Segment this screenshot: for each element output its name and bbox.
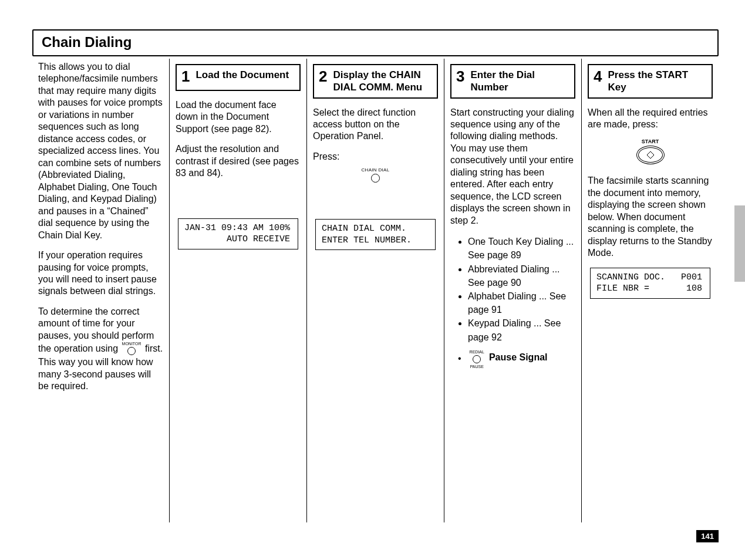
side-tab bbox=[734, 205, 745, 282]
section-title: Chain Dialing bbox=[42, 34, 132, 50]
section-title-bar: Chain Dialing bbox=[32, 29, 719, 56]
step-1-lcd: JAN-31 09:43 AM 100% AUTO RECEIVE bbox=[178, 218, 298, 249]
step-2-column: 2 Display the CHAIN DIAL COMM. Menu Sele… bbox=[306, 59, 444, 522]
step-3-number: 3 bbox=[456, 68, 464, 84]
page-number: 141 bbox=[696, 530, 719, 542]
step-3-column: 3 Enter the Dial Number Start constructi… bbox=[444, 59, 581, 522]
redial-pause-button-icon: REDIAL PAUSE bbox=[470, 350, 484, 369]
intro-para-3: To determine the correct amount of time … bbox=[38, 306, 163, 393]
step-4-number: 4 bbox=[594, 68, 602, 84]
pause-signal-label: Pause Signal bbox=[489, 350, 548, 363]
monitor-label: MONITOR bbox=[122, 342, 141, 346]
step-1-header: 1 Load the Document bbox=[176, 64, 301, 91]
step-2-p1: Select the direct function access button… bbox=[313, 107, 438, 143]
step-4-p2: The facsimile starts scanning the docume… bbox=[588, 175, 713, 259]
start-oval-icon bbox=[636, 146, 665, 164]
step-4-title: Press the START Key bbox=[608, 68, 707, 94]
intro-column: This allows you to dial telephone/facsim… bbox=[32, 59, 169, 522]
step-4-header: 4 Press the START Key bbox=[588, 64, 713, 99]
chain-dial-label: CHAIN DIAL bbox=[362, 167, 390, 173]
bullet-icon: • bbox=[458, 353, 461, 364]
list-item: Keypad Dialing ... See page 92 bbox=[468, 316, 575, 343]
intro-para-1: This allows you to dial telephone/facsim… bbox=[38, 61, 163, 241]
list-item: One Touch Key Dialing ... See page 89 bbox=[468, 235, 575, 262]
circle-icon bbox=[371, 174, 380, 183]
step-3-header: 3 Enter the Dial Number bbox=[450, 64, 575, 99]
step-2-title: Display the CHAIN DIAL COMM. Menu bbox=[333, 68, 432, 94]
step-4-column: 4 Press the START Key When all the requi… bbox=[581, 59, 719, 522]
step-3-p1: Start constructing your dialing sequence… bbox=[450, 107, 575, 227]
diamond-icon bbox=[647, 151, 654, 158]
chain-dial-button-icon: CHAIN DIAL bbox=[313, 167, 438, 184]
step-3-list: One Touch Key Dialing ... See page 89 Ab… bbox=[450, 235, 575, 344]
start-button-icon: START bbox=[630, 139, 671, 164]
step-1-title: Load the Document bbox=[195, 68, 289, 81]
step-1-p1: Load the document face down in the Docum… bbox=[176, 99, 301, 135]
circle-icon bbox=[473, 355, 481, 363]
list-item: Alphabet Dialing ... See page 91 bbox=[468, 289, 575, 316]
step-2-header: 2 Display the CHAIN DIAL COMM. Menu bbox=[313, 64, 438, 99]
intro-para-2: If your operation requires pausing for v… bbox=[38, 249, 163, 298]
list-item: Abbreviated Dialing ... See page 90 bbox=[468, 262, 575, 289]
step-3-title: Enter the Dial Number bbox=[470, 68, 569, 94]
step-2-number: 2 bbox=[319, 68, 327, 84]
step-2-lcd: CHAIN DIAL COMM. ENTER TEL NUMBER. bbox=[315, 219, 436, 250]
redial-label: REDIAL bbox=[470, 350, 484, 354]
pause-signal-item: • REDIAL PAUSE Pause Signal bbox=[450, 350, 575, 369]
step-1-column: 1 Load the Document Load the document fa… bbox=[169, 59, 306, 522]
svg-marker-0 bbox=[647, 151, 654, 158]
start-label: START bbox=[642, 139, 659, 144]
step-4-lcd: SCANNING DOC. P001 FILE NBR = 108 bbox=[590, 268, 710, 299]
step-1-p2: Adjust the resolution and contrast if de… bbox=[176, 143, 301, 179]
step-4-p1: When all the required entries are made, … bbox=[588, 107, 713, 131]
columns: This allows you to dial telephone/facsim… bbox=[32, 59, 719, 522]
step-1-number: 1 bbox=[181, 68, 190, 84]
circle-icon bbox=[127, 347, 136, 355]
monitor-button-icon: MONITOR bbox=[122, 342, 141, 356]
step-2-p2: Press: bbox=[313, 151, 438, 163]
pause-label-small: PAUSE bbox=[470, 365, 484, 369]
